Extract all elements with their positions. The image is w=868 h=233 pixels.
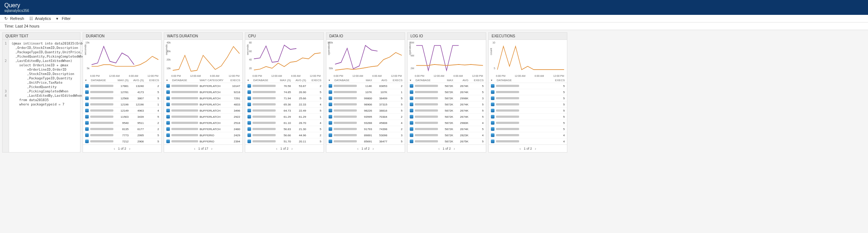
row-bar xyxy=(253,134,276,136)
row-bar xyxy=(171,116,198,118)
table-row[interactable]: 61.2961.291 xyxy=(245,114,324,120)
table-row[interactable]: 98226388165 xyxy=(326,108,405,114)
table-row[interactable]: 954095112 xyxy=(83,120,161,126)
table-row[interactable]: 89891530983 xyxy=(326,132,405,138)
table-row[interactable]: 5872K2980K4 xyxy=(408,120,486,126)
pager-next[interactable]: › xyxy=(535,146,536,151)
filter-icon[interactable]: ▾ xyxy=(329,79,333,82)
pager-next[interactable]: › xyxy=(454,146,455,151)
table-row[interactable]: BUFFERLATCH9218 xyxy=(164,89,242,95)
table-row[interactable]: 98906373155 xyxy=(326,101,405,108)
table-row[interactable]: 5872K2674K5 xyxy=(408,101,486,108)
pager: ‹1 of 17› xyxy=(164,145,242,152)
pager-prev[interactable]: ‹ xyxy=(519,146,521,151)
pager-prev[interactable]: ‹ xyxy=(276,146,277,151)
pager-next[interactable]: › xyxy=(291,146,293,151)
filter-button[interactable]: ▾ Filter xyxy=(56,16,71,21)
table-row[interactable]: 5 xyxy=(489,83,567,89)
row-bar xyxy=(171,97,198,99)
table-row[interactable]: 5 xyxy=(489,126,567,132)
table-row[interactable]: 5872K2674K5 xyxy=(408,83,486,89)
table-row[interactable]: BUFFERLATCH10147 xyxy=(164,83,242,89)
filter-icon[interactable]: ▾ xyxy=(85,79,89,82)
table-row[interactable]: 71.9425.665 xyxy=(245,95,324,101)
filter-icon[interactable]: ▾ xyxy=(166,79,171,82)
pager-prev[interactable]: ‹ xyxy=(357,146,359,151)
table-row[interactable]: 813561772 xyxy=(83,126,161,132)
table-row[interactable]: 56.8321.305 xyxy=(245,126,324,132)
time-range[interactable]: Time: Last 24 hours xyxy=(0,22,868,30)
table-row[interactable]: BUFFERLATCH2922 xyxy=(164,114,242,120)
table-row[interactable]: BUFFERLATCH2480 xyxy=(164,126,242,132)
table-row[interactable]: BUFFERLATCH3496 xyxy=(164,108,242,114)
table-row[interactable]: 4 xyxy=(489,132,567,138)
table-row[interactable]: 64.7322.495 xyxy=(245,108,324,114)
pager-next[interactable]: › xyxy=(372,146,374,151)
table-row[interactable]: 91793743982 xyxy=(326,126,405,132)
table-row[interactable]: 1256838075 xyxy=(83,95,161,101)
pager-prev[interactable]: ‹ xyxy=(194,146,196,151)
table-row[interactable]: 5 xyxy=(489,95,567,101)
table-row[interactable]: 1214949634 xyxy=(83,108,161,114)
table-row[interactable]: 5 xyxy=(489,101,567,108)
table-row[interactable]: 5872K2998K3 xyxy=(408,95,486,101)
table-row[interactable]: 4 xyxy=(489,138,567,145)
pager: ‹1 of 2› xyxy=(489,145,567,152)
table-row[interactable]: 5 xyxy=(489,120,567,126)
table-row[interactable]: 74.8526.905 xyxy=(245,89,324,95)
chart-execs[interactable]: count105 xyxy=(489,40,567,75)
filter-icon[interactable]: ▾ xyxy=(410,79,414,82)
table-row[interactable]: 5872K2675K5 xyxy=(408,138,486,145)
table-row[interactable]: 5872K2674K5 xyxy=(408,89,486,95)
refresh-button[interactable]: ↻ Refresh xyxy=(4,16,24,21)
table-row[interactable]: 5872K2674K5 xyxy=(408,126,486,132)
table-row[interactable]: 65.3622.334 xyxy=(245,101,324,108)
table-row[interactable]: 721229065 xyxy=(83,138,161,145)
database-icon xyxy=(247,115,251,118)
table-row[interactable]: BUFFERLATCH4833 xyxy=(164,101,242,108)
analytics-button[interactable]: ☷ Analytics xyxy=(29,16,51,21)
chart-logio[interactable]: operations6M4M2M xyxy=(408,40,486,75)
table-row[interactable]: 12196121961 xyxy=(83,101,161,108)
code-editor[interactable]: 1234 (@max int)insert into data201835(Or… xyxy=(3,40,80,152)
row-bar xyxy=(171,140,198,142)
filter-icon[interactable]: ▾ xyxy=(247,79,252,82)
table-row[interactable]: 5872K2674K5 xyxy=(408,114,486,120)
table-row[interactable]: 5872K2823K4 xyxy=(408,132,486,138)
table-row[interactable]: 777329955 xyxy=(83,132,161,138)
table-row[interactable]: 1278141735 xyxy=(83,89,161,95)
table-row[interactable]: 5 xyxy=(489,108,567,114)
pager-text: 1 of 2 xyxy=(443,147,451,150)
filter-icon[interactable]: ▾ xyxy=(491,79,495,82)
database-icon xyxy=(410,90,413,94)
table-row[interactable]: 51.7020.115 xyxy=(245,138,324,145)
table-row[interactable]: BUFFERIO2394 xyxy=(164,138,242,145)
pager-prev[interactable]: ‹ xyxy=(114,146,115,151)
pager-next[interactable]: › xyxy=(129,146,130,151)
table-row[interactable]: 61.1028.704 xyxy=(245,120,324,126)
chart-duration[interactable]: seconds15k5k xyxy=(83,40,161,75)
table-row[interactable]: 5872K2674K5 xyxy=(408,108,486,114)
table-row[interactable]: BUFFERLATCH7291 xyxy=(164,95,242,101)
pager-next[interactable]: › xyxy=(211,146,213,151)
chart-dataio[interactable]: operations100k50k xyxy=(326,40,405,75)
table-row[interactable]: 114K836532 xyxy=(326,83,405,89)
table-row[interactable]: 85691364775 xyxy=(326,138,405,145)
table-row[interactable]: 93595703042 xyxy=(326,114,405,120)
chart-cpu[interactable]: seconds80604020 xyxy=(245,40,324,75)
table-row[interactable]: 93288458084 xyxy=(326,120,405,126)
table-row[interactable]: 76.5853.872 xyxy=(245,83,324,89)
table-row[interactable]: BUFFERIO2429 xyxy=(164,132,242,138)
table-row[interactable]: 56.6644.962 xyxy=(245,132,324,138)
table-row[interactable]: 1150334395 xyxy=(83,114,161,120)
panel-title: EXECUTIONS xyxy=(489,33,567,40)
pager-prev[interactable]: ‹ xyxy=(438,146,440,151)
chart-waits[interactable]: seconds40k30k20k10k xyxy=(164,40,242,75)
table-row[interactable]: 5 xyxy=(489,114,567,120)
table-row[interactable]: BUFFERLATCH2518 xyxy=(164,120,242,126)
table-row[interactable]: 107K107K1 xyxy=(326,89,405,95)
table-row[interactable]: 17881132402 xyxy=(83,83,161,89)
table-header: ▾DATABASEWAIT CATEGORYEXECS xyxy=(164,78,242,83)
table-row[interactable]: 99800384995 xyxy=(326,95,405,101)
table-row[interactable]: 5 xyxy=(489,89,567,95)
